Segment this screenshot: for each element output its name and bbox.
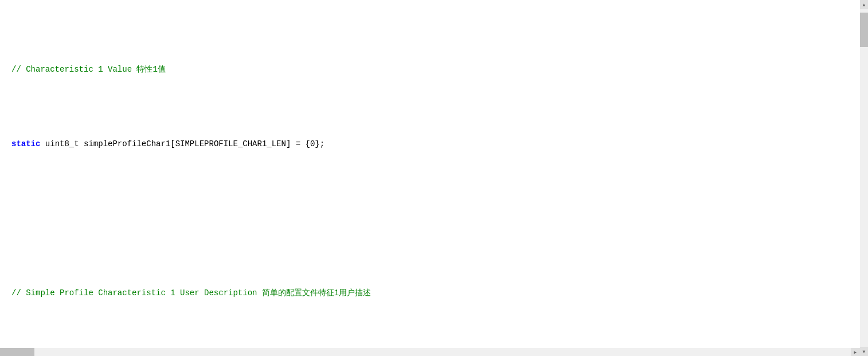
comment-text: // Simple Profile Characteristic 1 User … [11,288,371,298]
vertical-scrollbar[interactable]: ▲ ▼ [860,0,868,356]
code-line: // Simple Profile Characteristic 1 User … [7,285,868,300]
code-content: // Characteristic 1 Value 特性1值 static ui… [0,0,868,356]
scroll-up-arrow[interactable]: ▲ [860,0,868,9]
scroll-thumb-h[interactable] [0,348,34,356]
code-line [7,211,868,226]
keyword: static [11,139,40,148]
comment-text: // Characteristic 1 Value 特性1值 [11,65,166,74]
scroll-thumb-v[interactable] [860,13,868,47]
scroll-down-arrow[interactable]: ▼ [860,347,868,356]
horizontal-scrollbar[interactable]: ◀ ▶ [0,348,860,356]
code-editor: // Characteristic 1 Value 特性1值 static ui… [0,0,868,356]
code-line: static uint8_t simpleProfileChar1[SIMPLE… [7,136,868,151]
code-text: uint8_t simpleProfileChar1[SIMPLEPROFILE… [45,139,324,148]
scroll-right-arrow[interactable]: ▶ [851,348,860,356]
code-line: // Characteristic 1 Value 特性1值 [7,62,868,77]
